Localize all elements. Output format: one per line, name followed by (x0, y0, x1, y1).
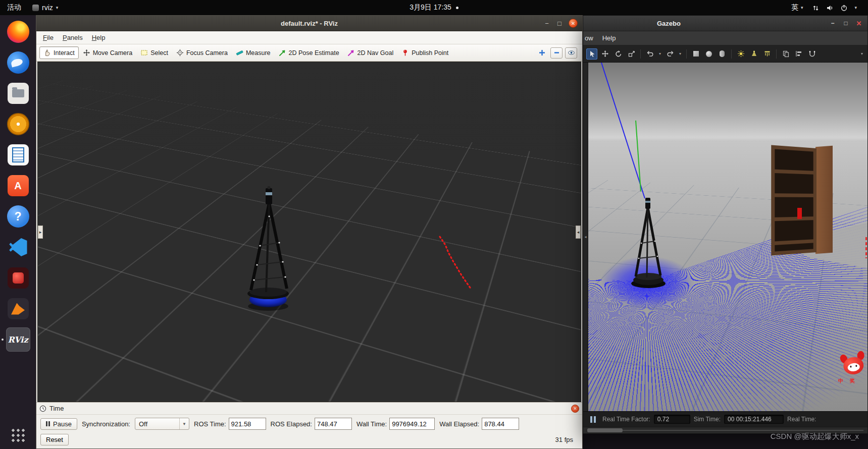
tool-2d-nav-goal[interactable]: 2D Nav Goal (343, 46, 398, 59)
ros-time-field[interactable] (229, 418, 266, 430)
maximize-icon[interactable]: □ (556, 20, 563, 27)
view-options-caret[interactable]: ▾ (859, 51, 864, 56)
menu-window-partial[interactable]: ow (585, 34, 593, 42)
gazebo-3d-scene[interactable]: ◂ (583, 63, 867, 411)
menu-file[interactable]: File (38, 32, 58, 43)
clock-menu[interactable]: 3月9日 17:35 (0, 0, 868, 15)
selection-box-icon (140, 49, 148, 57)
ros-elapsed-field[interactable] (315, 418, 352, 430)
thunderbird-icon (7, 51, 29, 74)
dock-item-vscode[interactable] (6, 235, 30, 259)
insert-sphere-icon[interactable] (703, 48, 714, 60)
dock-item-thunderbird[interactable] (6, 50, 30, 75)
directional-light-icon[interactable] (761, 48, 773, 60)
time-panel-close-button[interactable]: ✕ (571, 405, 579, 413)
snap-icon[interactable] (806, 48, 818, 60)
spot-light-icon[interactable] (748, 48, 759, 60)
tool-label: Measure (246, 49, 271, 57)
dock-item-software[interactable] (6, 174, 30, 198)
tool-properties-button[interactable] (565, 47, 577, 59)
wall-time-field[interactable] (389, 418, 435, 430)
minus-icon (553, 49, 560, 57)
focused-app-menu[interactable]: rviz ▾ (32, 4, 58, 12)
copy-icon[interactable] (780, 48, 791, 60)
rviz-title-bar[interactable]: default.rviz* - RViz − □ ✕ (36, 16, 582, 31)
tool-label: Move Camera (93, 49, 133, 57)
left-panel-toggle[interactable]: ▸ (38, 226, 43, 239)
show-applications-button[interactable] (11, 428, 26, 443)
rviz-menu-bar: File Panels Help (36, 31, 582, 44)
tool-move-camera[interactable]: Move Camera (79, 46, 137, 59)
gazebo-left-panel-handle[interactable]: ◂ (583, 63, 588, 411)
screen-recorder-icon (8, 267, 29, 289)
point-light-icon[interactable] (735, 48, 746, 60)
power-icon (840, 4, 848, 12)
dock-item-origami[interactable] (6, 297, 30, 321)
gazebo-window-title: Gazebo (657, 20, 681, 27)
menu-help[interactable]: Help (602, 34, 616, 42)
dock-item-help[interactable] (6, 204, 30, 229)
remove-tool-button[interactable] (550, 47, 563, 59)
select-arrow-icon[interactable] (586, 48, 597, 60)
insert-box-icon[interactable] (690, 48, 701, 60)
chevron-down-icon: ▾ (56, 5, 59, 10)
network-icon (812, 4, 820, 12)
insert-cylinder-icon[interactable] (717, 48, 728, 60)
tool-measure[interactable]: Measure (232, 46, 275, 59)
activities-button[interactable]: 活动 (7, 3, 21, 12)
input-method-indicator[interactable]: 英 ▾ (791, 3, 803, 12)
magenta-arrow-icon (347, 49, 355, 57)
maximize-icon[interactable]: □ (840, 18, 851, 28)
system-status-menu[interactable]: ▾ (812, 4, 857, 12)
sim-pause-button[interactable] (587, 415, 599, 424)
rviz-window-title: default.rviz* - RViz (36, 20, 582, 27)
tool-focus-camera[interactable]: Focus Camera (172, 46, 232, 59)
tool-publish-point[interactable]: Publish Point (397, 46, 452, 59)
ubuntu-software-icon (8, 175, 29, 196)
dock-item-recorder[interactable] (6, 266, 30, 290)
tool-label: Interact (54, 49, 75, 57)
close-icon[interactable]: ✕ (569, 19, 578, 28)
align-icon[interactable] (793, 48, 804, 60)
menu-help[interactable]: Help (87, 32, 110, 43)
synchronization-select[interactable]: Off ▼ (135, 418, 189, 430)
wall-elapsed-field[interactable] (482, 418, 519, 430)
rotate-icon[interactable] (612, 48, 624, 60)
dock-item-media-player[interactable] (6, 112, 30, 136)
undo-history-caret[interactable]: ▾ (657, 51, 662, 56)
time-panel-header[interactable]: Time ✕ (36, 403, 582, 415)
gazebo-title-bar[interactable]: Gazebo − □ ✕ (583, 16, 867, 31)
minimize-icon[interactable]: − (543, 20, 550, 27)
menu-panels[interactable]: Panels (58, 32, 87, 43)
sim-time-label: Sim Time: (694, 416, 721, 423)
dock-item-rviz[interactable]: RViz (6, 327, 30, 352)
redo-history-caret[interactable]: ▾ (678, 51, 683, 56)
scale-icon[interactable] (626, 48, 637, 60)
pause-button[interactable]: Pause (40, 418, 77, 430)
tool-interact[interactable]: Interact (39, 46, 79, 59)
chevron-down-icon: ▾ (854, 5, 857, 10)
close-icon[interactable]: ✕ (853, 18, 864, 28)
right-panel-toggle[interactable]: ◂ (576, 226, 581, 239)
add-tool-button[interactable] (536, 47, 548, 59)
reset-button[interactable]: Reset (40, 434, 69, 445)
pause-label: Pause (53, 420, 72, 428)
tool-select[interactable]: Select (136, 46, 172, 59)
minimize-icon[interactable]: − (827, 18, 838, 28)
rviz-dock-label: RViz (8, 335, 28, 345)
rviz-3d-viewport[interactable]: ▸ ◂ (37, 62, 581, 402)
dock-item-files[interactable] (6, 81, 30, 105)
scrollbar-handle[interactable] (587, 428, 623, 432)
synchronization-value: Off (139, 420, 147, 428)
tool-label: Select (150, 49, 168, 57)
ruler-icon (236, 49, 243, 57)
undo-icon[interactable] (644, 48, 655, 60)
toolbar-right-buttons (536, 47, 579, 59)
dock-item-writer[interactable] (6, 143, 30, 167)
translate-icon[interactable] (599, 48, 610, 60)
tool-2d-pose-estimate[interactable]: 2D Pose Estimate (275, 46, 343, 59)
redo-icon[interactable] (665, 48, 676, 60)
dock: RViz (0, 15, 36, 449)
dock-item-firefox[interactable] (6, 20, 30, 44)
gazebo-window: Gazebo − □ ✕ ow Help (583, 15, 868, 434)
